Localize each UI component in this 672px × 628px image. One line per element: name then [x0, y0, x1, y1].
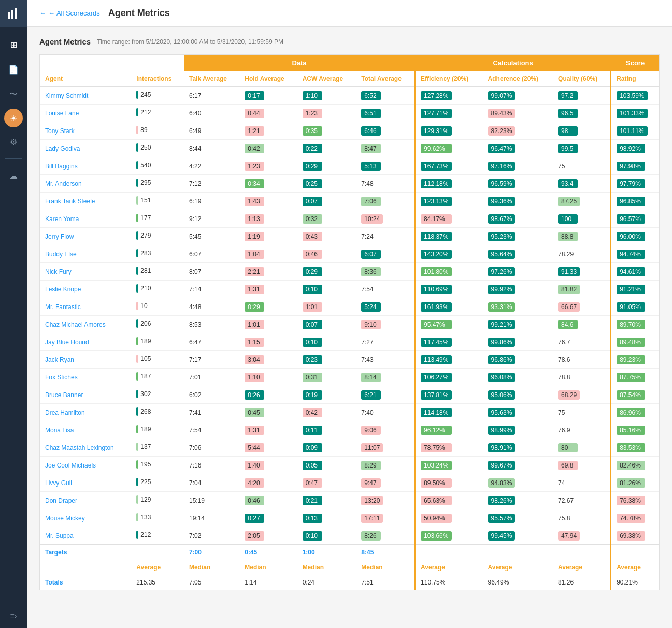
rating-value: 96.85%	[617, 197, 645, 206]
expand-icon[interactable]: ≡›	[10, 611, 17, 620]
table-row: Bill Baggins 540 4:221:230:295:13 167.73…	[40, 157, 659, 175]
agent-name[interactable]: Don Draper	[40, 492, 131, 509]
interactions-value: 212	[140, 109, 151, 116]
cloud-icon[interactable]: ☁	[3, 165, 24, 186]
back-button[interactable]: ← ← All Scorecards	[39, 9, 100, 17]
cell-value: 5:44	[245, 443, 264, 452]
agent-col-header: Agent	[40, 71, 131, 87]
interactions-cell: 210	[131, 281, 184, 298]
efficiency-cell: 101.80%	[415, 263, 483, 281]
rating-cell: 85.16%	[611, 421, 659, 439]
table-cell: 0:32	[297, 210, 356, 228]
agent-name[interactable]: Louise Lane	[40, 105, 131, 122]
agent-name[interactable]: Frank Tank Steele	[40, 193, 131, 210]
cell-value: 93.31%	[488, 302, 516, 312]
agent-name[interactable]: Mr. Suppa	[40, 527, 131, 545]
table-cell: 0:46	[239, 492, 297, 509]
cell-value: 98.99%	[488, 426, 516, 435]
table-cell: 0:29	[239, 298, 297, 316]
table-row: Karen Yoma 177 9:121:130:3210:24 84.17% …	[40, 210, 659, 228]
table-row: Kimmy Schmidt 245 6:170:171:106:52 127.2…	[40, 87, 659, 105]
rating-value: 91.21%	[617, 285, 645, 294]
agent-name[interactable]: Jerry Flow	[40, 228, 131, 245]
table-cell: 99.36%	[483, 193, 553, 210]
agent-name[interactable]: Chaz Maastah Lexington	[40, 439, 131, 457]
interactions-value: 133	[140, 514, 151, 521]
agent-name[interactable]: Livvy Gull	[40, 474, 131, 492]
table-cell: 5:24	[356, 298, 415, 316]
efficiency-value: 110.69%	[421, 285, 452, 294]
efficiency-value: 129.31%	[421, 126, 452, 136]
agent-name[interactable]: Mouse Mickey	[40, 509, 131, 527]
agent-name[interactable]: Mr. Anderson	[40, 175, 131, 193]
efficiency-value: 113.49%	[421, 355, 452, 364]
cell-value: 0:23	[303, 355, 322, 364]
agent-name[interactable]: Tony Stark	[40, 122, 131, 140]
table-row: Leslie Knope 210 7:141:310:107:54 110.69…	[40, 281, 659, 298]
cell-value: 10:24	[361, 214, 383, 224]
agent-name[interactable]: Kimmy Schmidt	[40, 87, 131, 105]
agent-name[interactable]: Bill Baggins	[40, 157, 131, 175]
efficiency-value: 118.37%	[421, 232, 452, 241]
table-cell: 6:52	[356, 87, 415, 105]
agent-name[interactable]: Jay Blue Hound	[40, 333, 131, 351]
cell-value: 97.26%	[488, 267, 516, 276]
chart-icon[interactable]: 〜	[3, 84, 24, 105]
document-icon[interactable]: 📄	[3, 59, 24, 80]
table-cell: 81.82	[553, 281, 611, 298]
cell-value: 66.67	[558, 302, 580, 312]
agent-name[interactable]: Fox Stiches	[40, 369, 131, 386]
sun-icon[interactable]: ☀	[4, 109, 23, 127]
rating-cell: 96.00%	[611, 228, 659, 245]
cell-value: 1:10	[303, 91, 322, 100]
gear-icon[interactable]: ⚙	[3, 132, 24, 152]
interactions-value: 206	[140, 320, 151, 327]
interactions-cell: 151	[131, 193, 184, 210]
agent-name[interactable]: Mr. Fantastic	[40, 298, 131, 316]
efficiency-value: 143.20%	[421, 250, 452, 259]
agent-name[interactable]: Karen Yoma	[40, 210, 131, 228]
agent-name[interactable]: Nick Fury	[40, 263, 131, 281]
cell-value: 0:29	[303, 267, 322, 276]
agent-name[interactable]: Buddy Else	[40, 245, 131, 263]
targets-talk: 7:00	[184, 545, 239, 560]
agent-name[interactable]: Lady Godiva	[40, 140, 131, 157]
grid-icon[interactable]: ⊞	[3, 34, 24, 55]
agent-name[interactable]: Mona Lisa	[40, 421, 131, 439]
cell-value: 1:01	[245, 320, 264, 329]
table-cell: 0:47	[297, 474, 356, 492]
agent-name[interactable]: Jack Ryan	[40, 351, 131, 369]
table-cell: 66.67	[553, 298, 611, 316]
interactions-value: 268	[140, 408, 151, 415]
empty-header	[40, 55, 131, 71]
table-cell: 95.57%	[483, 509, 553, 527]
table-cell: 74	[553, 474, 611, 492]
table-row: Buddy Else 283 6:071:040:466:07 143.20% …	[40, 245, 659, 263]
table-row: Jay Blue Hound 189 6:471:150:107:27 117.…	[40, 333, 659, 351]
agent-name[interactable]: Drea Hamilton	[40, 404, 131, 421]
table-cell: 4:20	[239, 474, 297, 492]
table-cell: 7:54	[356, 281, 415, 298]
table-cell: 10:24	[356, 210, 415, 228]
table-cell: 5:44	[239, 439, 297, 457]
agent-name[interactable]: Bruce Banner	[40, 386, 131, 404]
table-cell: 75	[553, 157, 611, 175]
talk-avg-cell: 6:17	[184, 87, 239, 105]
table-cell: 2:21	[239, 263, 297, 281]
empty-header2	[131, 55, 184, 71]
table-row: Joe Cool Michaels 195 7:161:400:058:29 1…	[40, 457, 659, 474]
table-cell: 9:47	[356, 474, 415, 492]
agent-name[interactable]: Leslie Knope	[40, 281, 131, 298]
talk-avg-cell: 7:02	[184, 527, 239, 545]
cell-value: 75	[558, 409, 565, 416]
total-avg-col-header: Total Average	[356, 71, 415, 87]
divider	[5, 158, 22, 159]
talk-avg-cell: 7:04	[184, 474, 239, 492]
cell-value: 95.06%	[488, 390, 516, 400]
back-arrow: ←	[39, 9, 46, 17]
efficiency-cell: 84.17%	[415, 210, 483, 228]
efficiency-value: 117.45%	[421, 338, 452, 347]
agent-name[interactable]: Joe Cool Michaels	[40, 457, 131, 474]
app-logo[interactable]	[0, 0, 27, 27]
agent-name[interactable]: Chaz Michael Amores	[40, 316, 131, 333]
